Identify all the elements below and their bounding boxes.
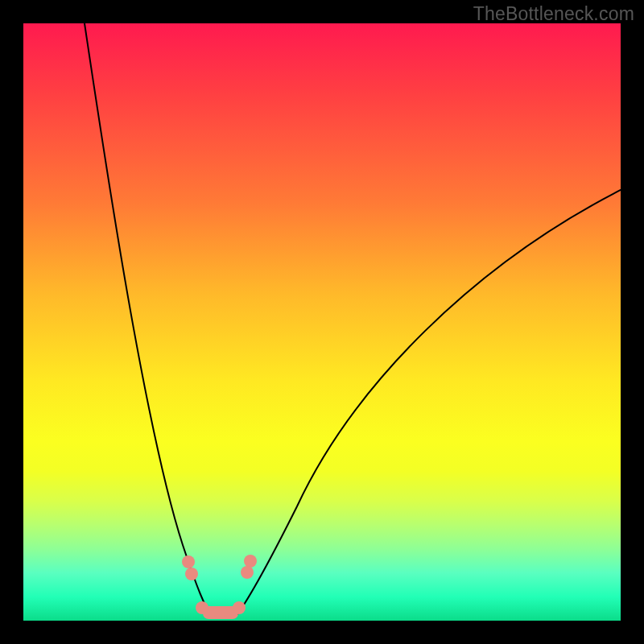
marker-dot [233, 601, 246, 614]
marker-dot [185, 568, 198, 580]
curve-group [85, 23, 621, 614]
marker-dot [182, 555, 195, 568]
watermark-text: TheBottleneck.com [473, 3, 634, 25]
chart-plot-area [23, 23, 621, 621]
marker-dot [196, 601, 208, 614]
marker-dot [241, 566, 254, 579]
right-curve [237, 190, 621, 614]
chart-svg [23, 23, 621, 621]
marker-group [182, 555, 257, 619]
marker-dot [244, 555, 257, 568]
left-curve [85, 23, 210, 614]
